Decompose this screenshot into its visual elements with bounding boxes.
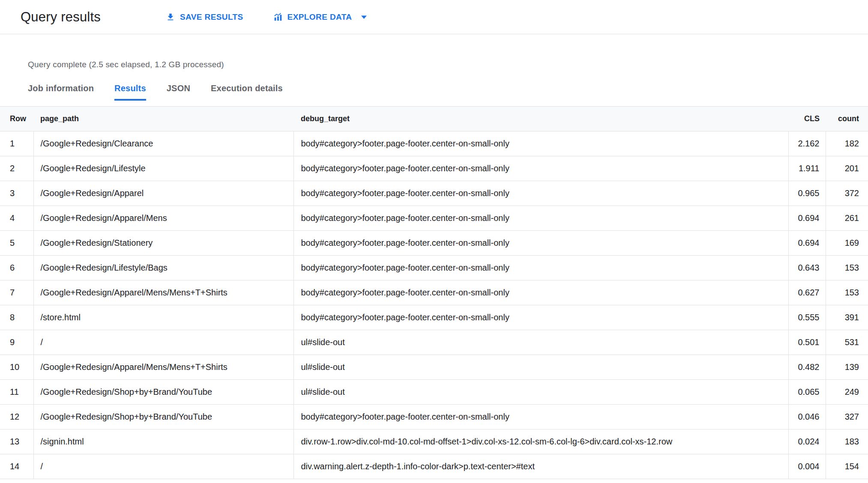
table-row: 2 /Google+Redesign/Lifestyle body#catego… xyxy=(0,156,868,181)
debug-target-cell: body#category>footer.page-footer.center-… xyxy=(293,405,788,429)
col-header-page-path: page_path xyxy=(33,107,293,131)
page-path-cell: /Google+Redesign/Shop+by+Brand/YouTube xyxy=(33,405,293,429)
table-row: 3 /Google+Redesign/Apparel body#category… xyxy=(0,181,868,206)
debug-target-cell: body#category>footer.page-footer.center-… xyxy=(293,206,788,231)
table-row: 1 /Google+Redesign/Clearance body#catego… xyxy=(0,131,868,156)
table-row: 13 /signin.html div.row-1.row>div.col-md… xyxy=(0,429,868,454)
col-header-debug-target: debug_target xyxy=(293,107,788,131)
page-path-cell: / xyxy=(33,330,293,355)
col-header-row: Row xyxy=(0,107,33,131)
row-number-cell: 14 xyxy=(0,454,33,479)
table-row: 5 /Google+Redesign/Stationery body#categ… xyxy=(0,231,868,256)
table-row: 11 /Google+Redesign/Shop+by+Brand/YouTub… xyxy=(0,380,868,405)
debug-target-cell: div.row-1.row>div.col-md-10.col-md-offse… xyxy=(293,429,788,454)
dropdown-caret-icon xyxy=(361,15,367,19)
count-cell: 531 xyxy=(826,330,868,355)
table-row: 8 /store.html body#category>footer.page-… xyxy=(0,305,868,330)
row-number-cell: 4 xyxy=(0,206,33,231)
page-path-cell: /signin.html xyxy=(33,429,293,454)
cls-cell: 0.046 xyxy=(788,405,826,429)
cls-cell: 2.162 xyxy=(788,131,826,156)
cls-cell: 0.024 xyxy=(788,429,826,454)
tab-job-information[interactable]: Job information xyxy=(28,83,94,101)
query-results-panel: Query results SAVE RESULTS EXPLORE DATA xyxy=(0,0,868,479)
count-cell: 249 xyxy=(826,380,868,405)
results-tbody: 1 /Google+Redesign/Clearance body#catego… xyxy=(0,131,868,479)
debug-target-cell: body#category>footer.page-footer.center-… xyxy=(293,305,788,330)
bar-chart-trend-icon xyxy=(273,12,283,22)
explore-data-button[interactable]: EXPLORE DATA xyxy=(272,9,369,25)
table-row: 14 / div.warning.alert.z-depth-1.info-co… xyxy=(0,454,868,479)
count-cell: 327 xyxy=(826,405,868,429)
count-cell: 169 xyxy=(826,231,868,256)
table-row: 9 / ul#slide-out 0.501 531 xyxy=(0,330,868,355)
count-cell: 154 xyxy=(826,454,868,479)
page-path-cell: /Google+Redesign/Apparel xyxy=(33,181,293,206)
count-cell: 153 xyxy=(826,256,868,280)
tab-bar: Job information Results JSON Execution d… xyxy=(28,83,868,101)
count-cell: 153 xyxy=(826,280,868,305)
save-results-button[interactable]: SAVE RESULTS xyxy=(164,9,245,25)
row-number-cell: 8 xyxy=(0,305,33,330)
debug-target-cell: body#category>footer.page-footer.center-… xyxy=(293,181,788,206)
debug-target-cell: body#category>footer.page-footer.center-… xyxy=(293,280,788,305)
row-number-cell: 9 xyxy=(0,330,33,355)
topbar: Query results SAVE RESULTS EXPLORE DATA xyxy=(0,0,868,34)
count-cell: 183 xyxy=(826,429,868,454)
col-header-cls: CLS xyxy=(788,107,826,131)
row-number-cell: 3 xyxy=(0,181,33,206)
count-cell: 201 xyxy=(826,156,868,181)
results-table-header: Row page_path debug_target CLS count xyxy=(0,107,868,131)
cls-cell: 0.065 xyxy=(788,380,826,405)
table-row: 12 /Google+Redesign/Shop+by+Brand/YouTub… xyxy=(0,405,868,429)
count-cell: 261 xyxy=(826,206,868,231)
page-path-cell: /Google+Redesign/Apparel/Mens/Mens+T+Shi… xyxy=(33,355,293,380)
page-path-cell: /Google+Redesign/Lifestyle/Bags xyxy=(33,256,293,280)
tab-execution-details[interactable]: Execution details xyxy=(211,83,283,101)
save-results-label: SAVE RESULTS xyxy=(180,12,243,22)
cls-cell: 0.694 xyxy=(788,231,826,256)
row-number-cell: 2 xyxy=(0,156,33,181)
debug-target-cell: body#category>footer.page-footer.center-… xyxy=(293,256,788,280)
cls-cell: 0.482 xyxy=(788,355,826,380)
table-row: 7 /Google+Redesign/Apparel/Mens/Mens+T+S… xyxy=(0,280,868,305)
page-title: Query results xyxy=(21,9,101,25)
row-number-cell: 10 xyxy=(0,355,33,380)
tab-results[interactable]: Results xyxy=(114,83,146,101)
debug-target-cell: body#category>footer.page-footer.center-… xyxy=(293,231,788,256)
count-cell: 182 xyxy=(826,131,868,156)
debug-target-cell: div.warning.alert.z-depth-1.info-color-d… xyxy=(293,454,788,479)
count-cell: 372 xyxy=(826,181,868,206)
tab-json[interactable]: JSON xyxy=(167,83,190,101)
cls-cell: 1.911 xyxy=(788,156,826,181)
row-number-cell: 1 xyxy=(0,131,33,156)
table-row: 6 /Google+Redesign/Lifestyle/Bags body#c… xyxy=(0,256,868,280)
debug-target-cell: ul#slide-out xyxy=(293,355,788,380)
cls-cell: 0.694 xyxy=(788,206,826,231)
row-number-cell: 7 xyxy=(0,280,33,305)
cls-cell: 0.555 xyxy=(788,305,826,330)
row-number-cell: 5 xyxy=(0,231,33,256)
query-status-text: Query complete (2.5 sec elapsed, 1.2 GB … xyxy=(28,60,868,69)
row-number-cell: 6 xyxy=(0,256,33,280)
page-path-cell: / xyxy=(33,454,293,479)
page-path-cell: /Google+Redesign/Clearance xyxy=(33,131,293,156)
count-cell: 139 xyxy=(826,355,868,380)
explore-data-label: EXPLORE DATA xyxy=(287,12,352,22)
table-row: 10 /Google+Redesign/Apparel/Mens/Mens+T+… xyxy=(0,355,868,380)
page-path-cell: /Google+Redesign/Apparel/Mens xyxy=(33,206,293,231)
results-table: Row page_path debug_target CLS count 1 /… xyxy=(0,106,868,479)
download-icon xyxy=(166,12,175,22)
page-path-cell: /Google+Redesign/Shop+by+Brand/YouTube xyxy=(33,380,293,405)
count-cell: 391 xyxy=(826,305,868,330)
cls-cell: 0.004 xyxy=(788,454,826,479)
debug-target-cell: body#category>footer.page-footer.center-… xyxy=(293,156,788,181)
debug-target-cell: body#category>footer.page-footer.center-… xyxy=(293,131,788,156)
cls-cell: 0.965 xyxy=(788,181,826,206)
cls-cell: 0.627 xyxy=(788,280,826,305)
page-path-cell: /Google+Redesign/Apparel/Mens/Mens+T+Shi… xyxy=(33,280,293,305)
row-number-cell: 11 xyxy=(0,380,33,405)
row-number-cell: 12 xyxy=(0,405,33,429)
table-row: 4 /Google+Redesign/Apparel/Mens body#cat… xyxy=(0,206,868,231)
page-path-cell: /store.html xyxy=(33,305,293,330)
